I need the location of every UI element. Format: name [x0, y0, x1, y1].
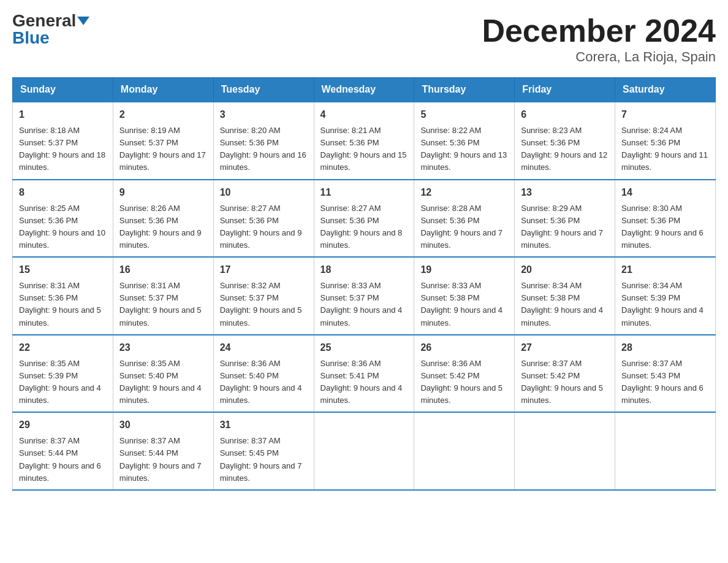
day-info: Sunrise: 8:21 AMSunset: 5:36 PMDaylight:…	[320, 126, 407, 172]
day-number: 21	[621, 262, 709, 277]
day-number: 4	[320, 107, 408, 122]
day-number: 19	[420, 262, 508, 277]
day-info: Sunrise: 8:30 AMSunset: 5:36 PMDaylight:…	[621, 204, 703, 250]
day-info: Sunrise: 8:36 AMSunset: 5:41 PMDaylight:…	[320, 359, 403, 405]
day-number: 28	[621, 340, 709, 355]
title-area: December 2024 Corera, La Rioja, Spain	[482, 12, 716, 65]
calendar-cell: 15 Sunrise: 8:31 AMSunset: 5:36 PMDaylig…	[13, 257, 113, 335]
day-info: Sunrise: 8:37 AMSunset: 5:42 PMDaylight:…	[521, 359, 603, 405]
calendar-cell: 23 Sunrise: 8:35 AMSunset: 5:40 PMDaylig…	[113, 335, 213, 413]
day-info: Sunrise: 8:35 AMSunset: 5:40 PMDaylight:…	[119, 359, 202, 405]
day-info: Sunrise: 8:37 AMSunset: 5:45 PMDaylight:…	[220, 436, 302, 482]
day-number: 23	[119, 340, 207, 355]
day-number: 8	[19, 185, 107, 200]
calendar-cell: 17 Sunrise: 8:32 AMSunset: 5:37 PMDaylig…	[213, 257, 314, 335]
day-number: 24	[220, 340, 308, 355]
day-number: 1	[19, 107, 107, 122]
calendar-cell: 5 Sunrise: 8:22 AMSunset: 5:36 PMDayligh…	[414, 102, 515, 180]
calendar-cell: 25 Sunrise: 8:36 AMSunset: 5:41 PMDaylig…	[314, 335, 414, 413]
day-info: Sunrise: 8:36 AMSunset: 5:40 PMDaylight:…	[220, 359, 302, 405]
header-friday: Friday	[515, 78, 615, 102]
day-info: Sunrise: 8:31 AMSunset: 5:37 PMDaylight:…	[119, 281, 202, 327]
calendar-cell: 20 Sunrise: 8:34 AMSunset: 5:38 PMDaylig…	[515, 257, 615, 335]
week-row-1: 1 Sunrise: 8:18 AMSunset: 5:37 PMDayligh…	[13, 102, 716, 180]
header-sunday: Sunday	[13, 78, 113, 102]
day-info: Sunrise: 8:33 AMSunset: 5:38 PMDaylight:…	[420, 281, 502, 327]
calendar-cell: 24 Sunrise: 8:36 AMSunset: 5:40 PMDaylig…	[213, 335, 314, 413]
day-number: 14	[621, 185, 709, 200]
calendar-cell: 13 Sunrise: 8:29 AMSunset: 5:36 PMDaylig…	[515, 180, 615, 258]
calendar-cell: 6 Sunrise: 8:23 AMSunset: 5:36 PMDayligh…	[515, 102, 615, 180]
page-header: General Blue December 2024 Corera, La Ri…	[12, 12, 716, 65]
calendar-cell: 30 Sunrise: 8:37 AMSunset: 5:44 PMDaylig…	[113, 412, 213, 490]
calendar-table: SundayMondayTuesdayWednesdayThursdayFrid…	[12, 77, 716, 491]
calendar-cell: 26 Sunrise: 8:36 AMSunset: 5:42 PMDaylig…	[414, 335, 515, 413]
header-thursday: Thursday	[414, 78, 515, 102]
calendar-cell: 3 Sunrise: 8:20 AMSunset: 5:36 PMDayligh…	[213, 102, 314, 180]
day-number: 16	[119, 262, 207, 277]
day-info: Sunrise: 8:23 AMSunset: 5:36 PMDaylight:…	[521, 126, 607, 172]
month-title: December 2024	[482, 12, 716, 49]
day-number: 12	[420, 185, 508, 200]
calendar-cell	[314, 412, 414, 490]
day-info: Sunrise: 8:19 AMSunset: 5:37 PMDaylight:…	[119, 126, 206, 172]
day-number: 10	[220, 185, 308, 200]
header-wednesday: Wednesday	[314, 78, 414, 102]
day-info: Sunrise: 8:27 AMSunset: 5:36 PMDaylight:…	[220, 204, 302, 250]
day-info: Sunrise: 8:36 AMSunset: 5:42 PMDaylight:…	[420, 359, 502, 405]
day-number: 30	[119, 418, 207, 432]
day-number: 7	[621, 107, 709, 122]
day-info: Sunrise: 8:34 AMSunset: 5:39 PMDaylight:…	[621, 281, 703, 327]
header-tuesday: Tuesday	[213, 78, 314, 102]
day-number: 13	[521, 185, 609, 200]
day-number: 29	[19, 418, 107, 432]
calendar-cell	[414, 412, 515, 490]
calendar-cell: 31 Sunrise: 8:37 AMSunset: 5:45 PMDaylig…	[213, 412, 314, 490]
calendar-cell: 22 Sunrise: 8:35 AMSunset: 5:39 PMDaylig…	[13, 335, 113, 413]
day-number: 3	[220, 107, 308, 122]
day-number: 22	[19, 340, 107, 355]
calendar-cell: 19 Sunrise: 8:33 AMSunset: 5:38 PMDaylig…	[414, 257, 515, 335]
header-saturday: Saturday	[615, 78, 716, 102]
header-row: SundayMondayTuesdayWednesdayThursdayFrid…	[13, 78, 716, 102]
calendar-cell: 2 Sunrise: 8:19 AMSunset: 5:37 PMDayligh…	[113, 102, 213, 180]
day-number: 9	[119, 185, 207, 200]
day-number: 15	[19, 262, 107, 277]
day-number: 17	[220, 262, 308, 277]
day-info: Sunrise: 8:27 AMSunset: 5:36 PMDaylight:…	[320, 204, 403, 250]
calendar-cell: 8 Sunrise: 8:25 AMSunset: 5:36 PMDayligh…	[13, 180, 113, 258]
day-info: Sunrise: 8:25 AMSunset: 5:36 PMDaylight:…	[19, 204, 105, 250]
day-info: Sunrise: 8:37 AMSunset: 5:44 PMDaylight:…	[19, 436, 101, 482]
calendar-cell: 14 Sunrise: 8:30 AMSunset: 5:36 PMDaylig…	[615, 180, 716, 258]
week-row-2: 8 Sunrise: 8:25 AMSunset: 5:36 PMDayligh…	[13, 180, 716, 258]
day-number: 31	[220, 418, 308, 432]
day-number: 2	[119, 107, 207, 122]
calendar-cell: 4 Sunrise: 8:21 AMSunset: 5:36 PMDayligh…	[314, 102, 414, 180]
day-info: Sunrise: 8:37 AMSunset: 5:43 PMDaylight:…	[621, 359, 703, 405]
day-info: Sunrise: 8:29 AMSunset: 5:36 PMDaylight:…	[521, 204, 603, 250]
header-monday: Monday	[113, 78, 213, 102]
day-number: 11	[320, 185, 408, 200]
calendar-cell: 11 Sunrise: 8:27 AMSunset: 5:36 PMDaylig…	[314, 180, 414, 258]
day-info: Sunrise: 8:18 AMSunset: 5:37 PMDaylight:…	[19, 126, 105, 172]
calendar-cell: 16 Sunrise: 8:31 AMSunset: 5:37 PMDaylig…	[113, 257, 213, 335]
day-number: 5	[420, 107, 508, 122]
day-info: Sunrise: 8:31 AMSunset: 5:36 PMDaylight:…	[19, 281, 101, 327]
location: Corera, La Rioja, Spain	[482, 49, 716, 65]
calendar-cell: 29 Sunrise: 8:37 AMSunset: 5:44 PMDaylig…	[13, 412, 113, 490]
week-row-5: 29 Sunrise: 8:37 AMSunset: 5:44 PMDaylig…	[13, 412, 716, 490]
day-number: 6	[521, 107, 609, 122]
day-number: 27	[521, 340, 609, 355]
logo: General Blue	[12, 12, 89, 47]
calendar-cell: 21 Sunrise: 8:34 AMSunset: 5:39 PMDaylig…	[615, 257, 716, 335]
day-number: 26	[420, 340, 508, 355]
calendar-cell: 7 Sunrise: 8:24 AMSunset: 5:36 PMDayligh…	[615, 102, 716, 180]
calendar-cell: 1 Sunrise: 8:18 AMSunset: 5:37 PMDayligh…	[13, 102, 113, 180]
day-info: Sunrise: 8:26 AMSunset: 5:36 PMDaylight:…	[119, 204, 202, 250]
week-row-3: 15 Sunrise: 8:31 AMSunset: 5:36 PMDaylig…	[13, 257, 716, 335]
calendar-cell	[615, 412, 716, 490]
calendar-cell: 28 Sunrise: 8:37 AMSunset: 5:43 PMDaylig…	[615, 335, 716, 413]
calendar-cell: 9 Sunrise: 8:26 AMSunset: 5:36 PMDayligh…	[113, 180, 213, 258]
week-row-4: 22 Sunrise: 8:35 AMSunset: 5:39 PMDaylig…	[13, 335, 716, 413]
day-info: Sunrise: 8:34 AMSunset: 5:38 PMDaylight:…	[521, 281, 603, 327]
